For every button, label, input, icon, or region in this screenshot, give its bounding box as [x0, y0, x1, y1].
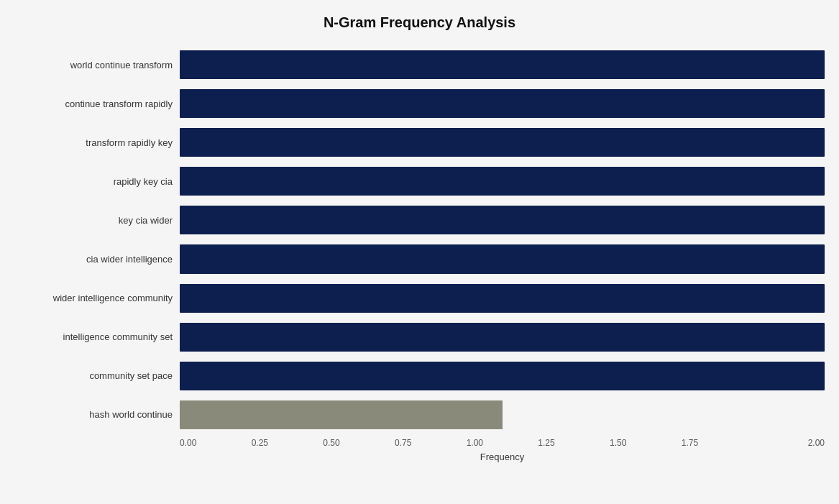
x-tick: 1.75	[682, 438, 753, 448]
x-tick: 0.50	[323, 438, 395, 448]
bar-fill	[180, 244, 825, 273]
x-axis: 0.000.250.500.751.001.251.501.752.00	[180, 438, 825, 448]
bar-label: world continue transform	[14, 60, 180, 70]
bar-row: key cia wider	[14, 202, 825, 238]
bar-track	[180, 241, 825, 277]
bar-track	[180, 163, 825, 199]
bar-row: wider intelligence community	[14, 280, 825, 316]
bar-fill	[180, 400, 503, 429]
x-tick: 1.25	[538, 438, 610, 448]
x-tick: 0.00	[180, 438, 252, 448]
bar-row: hash world continue	[14, 397, 825, 433]
bar-row: intelligence community set	[14, 319, 825, 355]
bar-track	[180, 47, 825, 83]
bar-row: continue transform rapidly	[14, 86, 825, 122]
x-tick: 1.50	[610, 438, 682, 448]
bar-label: rapidly key cia	[14, 176, 180, 187]
bar-fill	[180, 323, 825, 352]
bar-label: hash world continue	[14, 409, 180, 420]
x-tick: 0.25	[252, 438, 324, 448]
bar-label: transform rapidly key	[14, 137, 180, 148]
chart-container: N-Gram Frequency Analysis world continue…	[0, 0, 839, 504]
x-tick: 2.00	[753, 438, 825, 448]
x-axis-label: Frequency	[180, 452, 825, 462]
bar-label: cia wider intelligence	[14, 254, 180, 265]
bar-fill	[180, 89, 825, 118]
bar-row: transform rapidly key	[14, 124, 825, 160]
x-tick: 1.00	[467, 438, 538, 448]
bar-fill	[180, 128, 825, 157]
bar-label: continue transform rapidly	[14, 98, 180, 109]
bar-fill	[180, 206, 825, 234]
bar-track	[180, 397, 825, 433]
bar-label: community set pace	[14, 370, 180, 381]
bar-label: key cia wider	[14, 215, 180, 226]
bar-track	[180, 280, 825, 316]
chart-title: N-Gram Frequency Analysis	[14, 14, 825, 31]
bar-row: community set pace	[14, 358, 825, 394]
bar-track	[180, 202, 825, 238]
bar-fill	[180, 167, 825, 196]
bar-row: world continue transform	[14, 47, 825, 83]
bar-fill	[180, 50, 825, 79]
bar-fill	[180, 284, 825, 313]
bar-row: rapidly key cia	[14, 163, 825, 199]
x-tick: 0.75	[395, 438, 467, 448]
chart-area: world continue transformcontinue transfo…	[14, 45, 825, 434]
bar-track	[180, 86, 825, 122]
bar-track	[180, 124, 825, 160]
bar-fill	[180, 362, 825, 390]
bar-label: intelligence community set	[14, 331, 180, 342]
bar-track	[180, 319, 825, 355]
bar-row: cia wider intelligence	[14, 241, 825, 277]
bar-track	[180, 358, 825, 394]
bar-label: wider intelligence community	[14, 293, 180, 303]
